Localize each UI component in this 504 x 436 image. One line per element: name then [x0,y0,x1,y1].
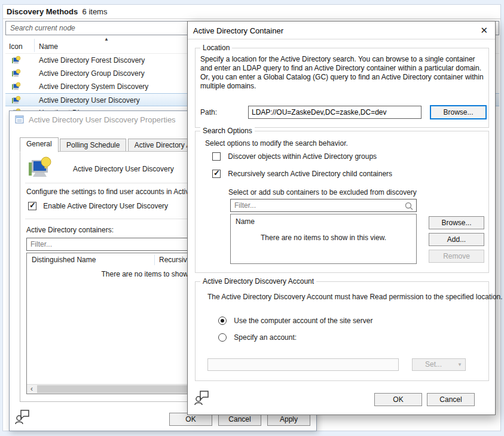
path-label: Path: [200,108,217,116]
discovery-account-group: Active Directory Discovery Account The A… [195,281,489,381]
ok-button[interactable]: OK [374,393,422,406]
feedback-person-icon[interactable] [194,389,210,406]
check-icon: ✓ [213,168,220,177]
exclude-filter-box [230,199,417,212]
containers-label: Active Directory containers: [26,226,114,234]
window-icon [15,115,25,124]
empty-list-message: There are no items to show in this view. [231,234,416,242]
column-divider [34,39,35,52]
tab-polling-schedule[interactable]: Polling Schedule [60,139,126,152]
exclude-remove-button[interactable]: Remove [429,250,484,263]
list-item-label: Active Directory System Discovery [39,82,148,91]
set-account-label: Set... [425,360,442,369]
location-description: Specify a location for the Active Direct… [200,55,485,91]
column-header-name[interactable]: Name [39,42,58,51]
use-computer-account-label: Use the computer account of the site ser… [234,317,372,325]
enable-discovery-label: Enable Active Directory User Discovery [43,202,168,210]
location-group: Location Specify a location for the Acti… [195,48,489,128]
page-title: Discovery Methods [7,7,78,16]
close-icon[interactable]: ✕ [480,25,488,36]
list-item-label: Active Directory Group Discovery [39,69,145,78]
exclude-filter-input[interactable] [231,199,416,211]
screen: Discovery Methods 6 items Icon Name ▲ Ac… [0,0,504,436]
chevron-down-icon: ▼ [457,359,462,370]
item-count: 6 items [83,7,108,16]
tab-general[interactable]: General [20,137,59,152]
exclude-containers-label: Select or add sub containers to be exclu… [228,188,417,196]
search-options-group-label: Search Options [200,127,255,135]
ad-container-title: Active Directory Container [193,26,283,35]
recursive-search-label: Recursively search Active Directory chil… [228,170,392,178]
ad-container-dialog: Active Directory Container ✕ Location Sp… [187,21,496,415]
location-group-label: Location [200,44,232,52]
location-browse-button[interactable]: Browse... [430,105,487,119]
cancel-button[interactable]: Cancel [427,393,475,406]
feedback-person-icon[interactable] [14,409,31,425]
discovery-method-large-icon [28,156,54,179]
discovery-account-description: The Active Directory Discovery Account m… [207,293,503,301]
excluded-containers-list: Name There are no items to show in this … [230,214,417,264]
search-icon [404,201,414,211]
account-input[interactable] [207,358,399,371]
discover-groups-label: Discover objects within Active Directory… [228,152,377,161]
discovery-method-icon [11,82,21,91]
list-item-label: Active Directory Forest Discovery [39,56,145,65]
ad-container-titlebar[interactable]: Active Directory Container ✕ [188,22,495,39]
column-name[interactable]: Name [236,217,255,226]
pane-header: Discovery Methods 6 items [3,5,500,19]
exclude-browse-button[interactable]: Browse... [429,216,484,229]
enable-discovery-checkbox[interactable]: ✓ [28,202,36,210]
column-divider [154,254,155,265]
use-computer-account-row: Use the computer account of the site ser… [218,317,372,325]
discover-groups-checkbox[interactable] [212,152,221,161]
sort-ascending-icon[interactable]: ▲ [104,36,109,42]
specify-account-label: Specify an account: [234,333,297,342]
specify-account-row: Specify an account: [218,333,297,342]
recursive-search-checkbox[interactable]: ✓ [212,170,221,178]
discover-groups-row: Discover objects within Active Directory… [212,152,377,161]
properties-dialog-title: Active Directory User Discovery Properti… [29,115,176,124]
search-options-description: Select options to modify the search beha… [205,139,348,148]
check-icon: ✓ [29,201,36,210]
column-distinguished-name[interactable]: Distinguished Name [32,256,96,264]
tab-heading: Active Directory User Discovery [73,165,174,173]
search-options-group: Search Options Select options to modify … [195,131,489,273]
use-computer-account-radio[interactable] [218,317,227,325]
discovery-method-icon [11,56,21,65]
specify-account-radio[interactable] [218,333,227,342]
enable-discovery-row: ✓ Enable Active Directory User Discovery [28,202,168,210]
column-recursive[interactable]: Recursive [159,256,191,264]
scroll-left-icon[interactable]: ‹ [27,385,36,394]
path-input[interactable] [248,106,421,119]
discovery-method-icon [11,96,21,105]
discovery-account-group-label: Active Directory Discovery Account [200,277,316,285]
recursive-search-row: ✓ Recursively search Active Directory ch… [212,170,392,178]
set-account-button[interactable]: Set... ▼ [412,358,466,371]
list-item-label: Active Directory User Discovery [39,96,140,105]
exclude-add-button[interactable]: Add... [429,233,484,246]
column-header-icon[interactable]: Icon [9,42,23,51]
discovery-method-icon [11,69,21,78]
